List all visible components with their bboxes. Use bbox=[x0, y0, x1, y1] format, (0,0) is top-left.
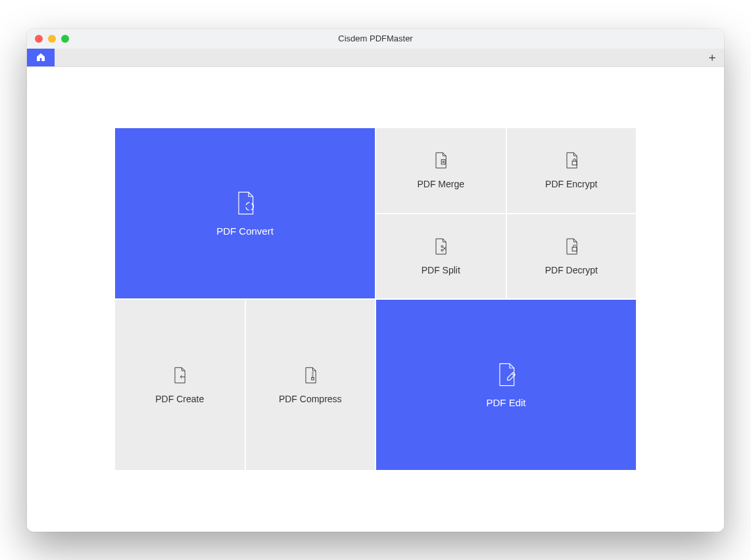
file-convert-icon bbox=[234, 190, 256, 216]
app-window: Cisdem PDFMaster ＋ PDF Convert bbox=[27, 29, 724, 532]
pdf-merge-tile[interactable]: PDF Merge bbox=[376, 128, 506, 213]
file-merge-icon bbox=[433, 151, 448, 170]
pdf-decrypt-label: PDF Decrypt bbox=[545, 265, 598, 275]
pdf-convert-label: PDF Convert bbox=[216, 225, 274, 237]
svg-rect-6 bbox=[312, 377, 314, 380]
home-icon bbox=[36, 52, 46, 62]
file-lock-icon bbox=[564, 151, 579, 170]
file-unlock-icon bbox=[564, 237, 579, 256]
home-tab[interactable] bbox=[27, 49, 55, 66]
file-create-icon bbox=[172, 366, 187, 385]
pdf-merge-label: PDF Merge bbox=[417, 179, 464, 189]
pdf-create-tile[interactable]: PDF Create bbox=[115, 300, 245, 470]
pdf-split-label: PDF Split bbox=[422, 265, 460, 275]
plus-icon: ＋ bbox=[706, 49, 718, 65]
pdf-compress-label: PDF Compress bbox=[279, 394, 342, 404]
pdf-create-label: PDF Create bbox=[155, 394, 204, 404]
pdf-split-tile[interactable]: PDF Split bbox=[376, 214, 506, 299]
file-edit-icon bbox=[495, 362, 518, 388]
content-area: PDF Convert PDF Merge bbox=[27, 67, 724, 532]
svg-rect-2 bbox=[572, 161, 577, 165]
pdf-convert-tile[interactable]: PDF Convert bbox=[115, 128, 375, 298]
add-tab-button[interactable]: ＋ bbox=[700, 49, 724, 66]
pdf-edit-tile[interactable]: PDF Edit bbox=[376, 300, 636, 470]
tab-spacer bbox=[55, 49, 700, 66]
file-compress-icon bbox=[303, 366, 318, 385]
file-split-icon bbox=[433, 237, 448, 256]
window-title: Cisdem PDFMaster bbox=[338, 34, 412, 43]
svg-rect-5 bbox=[572, 247, 577, 251]
close-window-button[interactable] bbox=[35, 35, 43, 43]
pdf-decrypt-tile[interactable]: PDF Decrypt bbox=[507, 214, 637, 299]
feature-grid: PDF Convert PDF Merge bbox=[115, 128, 636, 470]
titlebar: Cisdem PDFMaster bbox=[27, 29, 724, 49]
pdf-encrypt-label: PDF Encrypt bbox=[545, 179, 597, 189]
svg-point-0 bbox=[245, 202, 253, 210]
maximize-window-button[interactable] bbox=[61, 35, 69, 43]
traffic-lights bbox=[27, 35, 69, 43]
tabbar: ＋ bbox=[27, 49, 724, 67]
pdf-edit-label: PDF Edit bbox=[486, 397, 525, 408]
pdf-encrypt-tile[interactable]: PDF Encrypt bbox=[507, 128, 637, 213]
minimize-window-button[interactable] bbox=[48, 35, 56, 43]
pdf-compress-tile[interactable]: PDF Compress bbox=[246, 300, 376, 470]
